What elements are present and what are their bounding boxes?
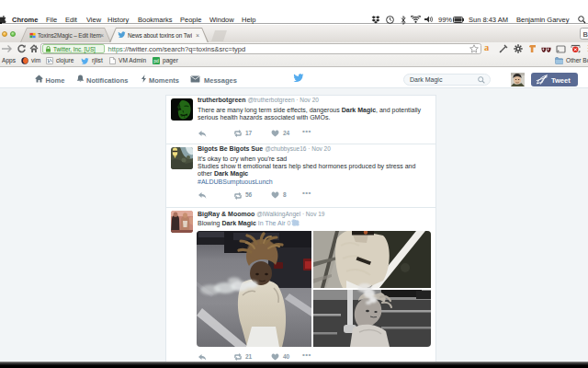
- svg-text:pd: pd: [153, 58, 159, 63]
